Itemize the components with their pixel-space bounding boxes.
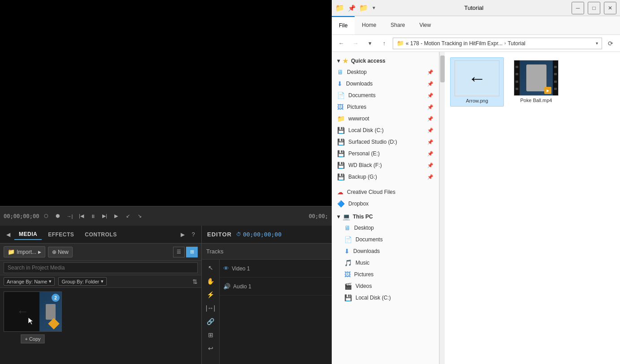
dropdown-nav-btn[interactable]: ▾: [364, 38, 376, 49]
quick-access-expand-icon: ▾: [337, 58, 340, 64]
sidebar-item-downloads[interactable]: ⬇ Downloads 📌: [332, 78, 439, 90]
media-thumb[interactable]: ← 2: [4, 291, 62, 332]
tab-media[interactable]: MEDIA: [14, 229, 42, 240]
prev-frame-btn[interactable]: |◀: [77, 212, 86, 221]
titlebar-folder1-icon: 📁: [335, 4, 344, 12]
back-button[interactable]: ←: [335, 38, 347, 49]
sidebar-item-surfaced-studio[interactable]: 💾 Surfaced Studio (D:) 📌: [332, 136, 439, 148]
sidebar-this-pc-downloads[interactable]: ⬇ Downloads: [332, 245, 439, 257]
search-input[interactable]: [4, 262, 198, 273]
view-buttons: ☰ ⊞: [173, 247, 198, 257]
documents-icon: 📄: [337, 92, 345, 99]
link-btn[interactable]: 🔗: [204, 315, 217, 328]
sidebar-this-pc-desktop[interactable]: 🖥 Desktop: [332, 222, 439, 234]
tab-effects[interactable]: EFFECTS: [43, 230, 78, 240]
path-main: « 178 - Motion Tracking in HitFilm Expr.…: [406, 40, 503, 47]
mark-out-btn[interactable]: ↘: [135, 212, 144, 221]
this-pc-docs-label: Documents: [356, 236, 383, 243]
dropbox-icon: 🔷: [337, 200, 345, 207]
this-pc-expand-icon: ▾: [337, 214, 340, 220]
wd-black-label: WD Black (F:): [348, 162, 382, 168]
downloads-label: Downloads: [346, 81, 373, 87]
grid-view-btn[interactable]: ⊞: [186, 247, 198, 257]
sidebar-item-local-disk[interactable]: 💾 Local Disk (C:) 📌: [332, 124, 439, 136]
stop-btn[interactable]: ⏸: [88, 212, 97, 221]
folder-icon: 📁: [8, 248, 15, 255]
sidebar-scrollbar[interactable]: [439, 52, 445, 364]
group-select[interactable]: Group By: Folder ▾: [58, 277, 107, 286]
this-pc-desktop-label: Desktop: [354, 225, 374, 231]
insert-btn[interactable]: →|: [65, 212, 74, 221]
trim-in-btn[interactable]: ⬡: [42, 212, 51, 221]
quick-access-header[interactable]: ▾ ★ Quick access: [332, 54, 439, 66]
file-item-poke-ball-mp4[interactable]: ▶ Poke Ball.mp4: [509, 57, 563, 107]
close-button[interactable]: ✕: [604, 2, 616, 14]
new-button[interactable]: ⊕ New: [48, 247, 73, 257]
mark-in-btn[interactable]: ↙: [123, 212, 132, 221]
sidebar-item-personal[interactable]: 💾 Personal (E:) 📌: [332, 148, 439, 159]
backup-label: Backup (G:): [348, 174, 377, 180]
media-thumb-item[interactable]: ← 2: [4, 291, 62, 333]
sidebar-item-wd-black[interactable]: 💾 WD Black (F:) 📌: [332, 159, 439, 171]
minimize-button[interactable]: ─: [572, 2, 584, 14]
ribbon-tab-home[interactable]: Home: [355, 16, 383, 34]
tab-controls[interactable]: CONTROLS: [80, 230, 121, 240]
hand-tool-btn[interactable]: ✋: [204, 275, 217, 287]
this-pc-label: This PC: [353, 214, 373, 220]
sidebar-item-desktop[interactable]: 🖥 Desktop 📌: [332, 66, 439, 78]
play-btn[interactable]: ▶: [112, 212, 121, 221]
next-tab-btn[interactable]: ▶: [178, 230, 187, 239]
forward-button[interactable]: →: [350, 38, 361, 49]
prev-tab-btn[interactable]: ◀: [4, 230, 13, 239]
maximize-button[interactable]: □: [588, 2, 600, 14]
list-view-btn[interactable]: ☰: [173, 247, 185, 257]
this-pc-pictures-icon: 🖼: [344, 271, 351, 278]
help-btn[interactable]: ?: [189, 230, 198, 239]
sidebar-this-pc-pictures[interactable]: 🖼 Pictures: [332, 269, 439, 280]
audio1-speaker-icon[interactable]: 🔊: [223, 283, 230, 290]
ribbon-tab-file[interactable]: File: [332, 16, 355, 34]
sidebar-item-pictures[interactable]: 🖼 Pictures 📌: [332, 101, 439, 113]
sidebar-item-wwwroot[interactable]: 📁 wwwroot 📌: [332, 113, 439, 124]
personal-icon: 💾: [337, 150, 345, 157]
new-label: New: [58, 249, 69, 255]
up-button[interactable]: ↑: [378, 38, 390, 49]
film-hole: [554, 73, 557, 75]
arrow-png-preview: ←: [455, 61, 499, 96]
snap-btn[interactable]: |↔|: [204, 302, 217, 314]
import-button[interactable]: 📁 Import... ▶: [4, 246, 45, 257]
volume-btn[interactable]: ⊞: [204, 329, 217, 341]
sidebar-item-documents[interactable]: 📄 Documents 📌: [332, 90, 439, 101]
ribbon-tab-share[interactable]: Share: [383, 16, 412, 34]
explorer-sidebar: ▾ ★ Quick access 🖥 Desktop 📌 ⬇ Downloads…: [332, 52, 439, 364]
wd-black-pin-icon: 📌: [427, 163, 434, 168]
editor-header: EDITOR ⏱ 00;00;00;00: [202, 226, 332, 244]
this-pc-downloads-label: Downloads: [353, 248, 380, 254]
wwwroot-label: wwwroot: [348, 116, 369, 122]
mute-btn[interactable]: ↩: [204, 342, 217, 355]
sidebar-this-pc-music[interactable]: 🎵 Music: [332, 257, 439, 269]
sidebar-this-pc-local[interactable]: 💾 Local Disk (C:): [332, 292, 439, 304]
sidebar-item-backup[interactable]: 💾 Backup (G:) 📌: [332, 171, 439, 183]
sidebar-this-pc-videos[interactable]: 🎬 Videos: [332, 280, 439, 292]
this-pc-icon: 💻: [343, 213, 350, 220]
sidebar-this-pc-documents[interactable]: 📄 Documents: [332, 234, 439, 245]
address-path[interactable]: 📁 « 178 - Motion Tracking in HitFilm Exp…: [393, 38, 602, 49]
sidebar-item-dropbox[interactable]: 🔷 Dropbox: [332, 198, 439, 210]
file-item-arrow-png[interactable]: ← Arrow.png: [450, 57, 504, 107]
sidebar-item-creative-cloud[interactable]: ☁ Creative Cloud Files: [332, 186, 439, 198]
sort-button[interactable]: ⇅: [192, 278, 198, 285]
this-pc-header[interactable]: ▾ 💻 This PC: [332, 210, 439, 222]
cursor: [28, 317, 35, 325]
ripple-tool-btn[interactable]: ⚡: [204, 288, 217, 301]
arrange-select[interactable]: Arrange By: Name ▾: [4, 277, 55, 286]
select-tool-btn[interactable]: ↖: [204, 261, 217, 274]
next-frame-btn[interactable]: ▶|: [100, 212, 109, 221]
video-person-small: [46, 304, 56, 320]
arrange-bar: Arrange By: Name ▾ Group By: Folder ▾ ⇅: [0, 275, 201, 288]
video1-eye-icon[interactable]: 👁: [223, 265, 229, 272]
downloads-icon: ⬇: [337, 80, 343, 87]
refresh-button[interactable]: ⟳: [605, 38, 616, 49]
trim-out-btn[interactable]: ⬢: [53, 212, 62, 221]
ribbon-tab-view[interactable]: View: [412, 16, 438, 34]
